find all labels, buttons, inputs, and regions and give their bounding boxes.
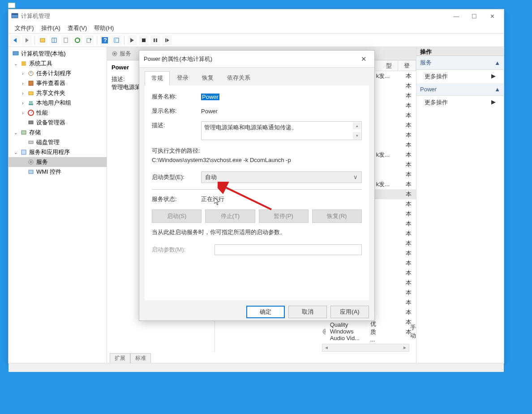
tab-recovery[interactable]: 恢复 [196,71,220,85]
ok-button[interactable]: 确定 [246,306,285,318]
cancel-button[interactable]: 取消 [288,306,327,318]
show-hide-button[interactable] [49,35,59,45]
window-title: 计算机管理 [21,12,447,20]
tree-performance[interactable]: › 性能 [9,108,107,118]
tab-standard[interactable]: 标准 [130,353,151,363]
close-button[interactable]: ✕ [483,11,501,21]
tree-label: 服务 [36,158,48,166]
action-more-services[interactable]: 更多操作 ▶ [416,70,504,83]
tree-event-viewer[interactable]: › 事件查看器 [9,78,107,88]
tree-device-manager[interactable]: 设备管理器 [9,118,107,128]
svg-rect-35 [29,121,33,124]
help-button[interactable]: ? [100,35,110,45]
display-name-value: Power [201,108,362,115]
startup-type-dropdown[interactable]: 自动 ∨ [201,171,362,183]
app-icon [11,13,18,20]
start-params-label: 启动参数(M): [152,246,215,254]
refresh-button[interactable] [73,35,82,45]
tab-logon[interactable]: 登录 [171,71,195,85]
forward-button[interactable] [22,35,32,45]
maximize-button[interactable]: ☐ [465,11,483,21]
stop-button[interactable]: 停止(T) [205,209,255,223]
statusbar [9,363,504,372]
action-more-power[interactable]: 更多操作 ▶ [416,96,504,109]
svg-rect-38 [21,150,26,154]
pause-button[interactable] [150,35,160,45]
tree-disk-management[interactable]: 磁盘管理 [9,137,107,147]
svg-text:?: ? [103,37,107,43]
scroll-right-icon[interactable]: ► [401,344,409,351]
svg-rect-29 [29,92,33,95]
svg-point-43 [114,53,116,55]
scroll-left-icon[interactable]: ◄ [322,344,330,351]
tree-shared-folders[interactable]: › 共享文件夹 [9,88,107,98]
visible-service-row[interactable]: Quality Windows Audio Vid... 优质 ... 手动 [322,320,416,343]
panel-button[interactable] [112,35,121,45]
display-name-label: 显示名称: [152,107,201,115]
svg-rect-0 [8,3,15,8]
chevron-right-icon: ▶ [491,73,496,81]
svg-marker-5 [26,38,29,43]
menu-view[interactable]: 查看(V) [64,24,90,32]
svg-rect-36 [21,131,26,134]
services-tab[interactable]: 服务 [107,50,136,58]
start-params-input[interactable] [215,244,362,255]
service-status-value: 正在运行 [201,195,362,203]
start-button[interactable]: 启动(S) [152,209,202,223]
tab-general[interactable]: 常规 [145,71,170,85]
tree-panel: 计算机管理(本地) ⌄ 系统工具 › 任务计划程序 › 事件查看器 › 共享文件… [9,47,107,363]
horizontal-scrollbar[interactable]: ◄ ► [322,344,409,352]
restart-button[interactable] [162,35,172,45]
actions-section-services[interactable]: 服务 ▲ [416,56,504,70]
tree-task-scheduler[interactable]: › 任务计划程序 [9,68,107,78]
tree-services-apps[interactable]: ⌄ 服务和应用程序 [9,147,107,157]
actions-section-power[interactable]: Power ▲ [416,83,504,96]
pause-button[interactable]: 暂停(P) [259,209,309,223]
menu-file[interactable]: 文件(F) [11,24,38,32]
properties-button[interactable] [61,35,71,45]
service-name-label: 服务名称: [152,93,201,101]
col-login[interactable]: 登 [398,60,416,71]
computer-icon [12,50,19,57]
back-button[interactable] [10,35,20,45]
tab-extended[interactable]: 扩展 [110,353,130,363]
col-type[interactable]: 型 [380,60,398,71]
minimize-button[interactable]: — [447,11,465,21]
tree-wmi[interactable]: WMI 控件 [9,167,107,177]
tree-storage[interactable]: ⌄ 存储 [9,128,107,137]
tab-dependencies[interactable]: 依存关系 [221,71,257,85]
resume-button[interactable]: 恢复(R) [312,209,362,223]
tree-root[interactable]: 计算机管理(本地) [9,49,107,59]
actions-panel: 操作 服务 ▲ 更多操作 ▶ Power ▲ 更多操作 ▶ [416,47,504,363]
tree-label: 本地用户和组 [36,99,71,107]
startup-type-label: 启动类型(E): [152,173,201,181]
action-label: 更多操作 [425,73,448,81]
bottom-tabs: 扩展 标准 [107,352,416,363]
play-button[interactable] [127,35,137,45]
menu-action[interactable]: 操作(A) [38,24,64,32]
chevron-right-icon: › [20,111,26,115]
description-box[interactable]: 管理电源策略和电源策略通知传递。 ▴▾ [201,121,362,140]
tree-label: 磁盘管理 [36,138,60,146]
dialog-close-button[interactable]: ✕ [357,55,370,63]
tree-label: 任务计划程序 [36,69,71,77]
apply-button[interactable]: 应用(A) [330,306,369,318]
scroll-up-icon[interactable]: ▴ [353,122,361,129]
svg-rect-17 [114,38,116,43]
storage-icon [20,129,27,136]
scrollbar[interactable]: ▴▾ [353,122,361,139]
svg-line-34 [31,111,32,113]
export-button[interactable] [84,35,94,45]
tree-local-users[interactable]: › 本地用户和组 [9,98,107,108]
chevron-down-icon: ⌄ [13,130,18,135]
gear-icon [27,158,34,166]
action-label: 更多操作 [425,98,448,107]
service-status-label: 服务状态: [152,195,201,203]
scroll-down-icon[interactable]: ▾ [353,132,361,139]
menu-help[interactable]: 帮助(H) [90,24,117,32]
tree-services[interactable]: 服务 [9,157,107,167]
tree-system-tools[interactable]: ⌄ 系统工具 [9,59,107,68]
stop-button[interactable] [139,35,149,45]
up-button[interactable] [38,35,47,45]
service-startup: 手动 [410,324,416,340]
